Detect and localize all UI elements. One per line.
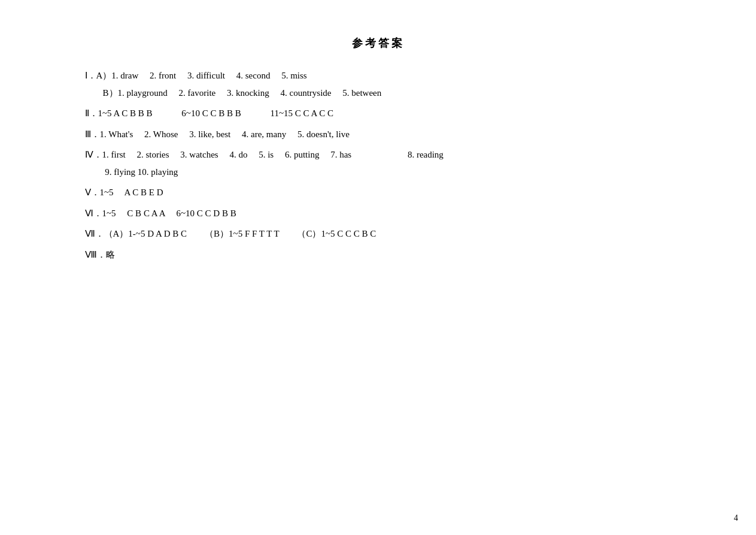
section-8-text-1: Ⅷ．略 (85, 246, 115, 264)
section-8: Ⅷ．略 (85, 246, 672, 264)
section-1-text-2: B）1. playground 2. favorite 3. knocking … (85, 84, 382, 102)
section-2-line-1: Ⅱ．1~5 A C B B B 6~10 C C B B B 11~15 C C… (85, 105, 672, 122)
section-7-text-1: Ⅶ．（A）1-~5 D A D B C （B）1~5 F F T T T （C）… (85, 225, 377, 243)
section-5-text-1: Ⅴ．1~5 A C B E D (85, 184, 163, 201)
section-1-line-1: Ⅰ．A）1. draw 2. front 3. difficult 4. sec… (85, 67, 672, 84)
section-7-line-1: Ⅶ．（A）1-~5 D A D B C （B）1~5 F F T T T （C）… (85, 225, 672, 243)
section-5: Ⅴ．1~5 A C B E D (85, 184, 672, 201)
page-title: 参考答案 (85, 36, 672, 50)
section-2: Ⅱ．1~5 A C B B B 6~10 C C B B B 11~15 C C… (85, 105, 672, 122)
section-3-line-1: Ⅲ．1. What's 2. Whose 3. like, best 4. ar… (85, 126, 672, 143)
section-2-text-1: Ⅱ．1~5 A C B B B 6~10 C C B B B 11~15 C C… (85, 105, 333, 122)
section-6-text-1: Ⅵ．1~5 C B C A A 6~10 C C D B B (85, 205, 236, 222)
section-4-text-1: Ⅳ．1. first 2. stories 3. watches 4. do 5… (85, 146, 444, 164)
section-5-line-1: Ⅴ．1~5 A C B E D (85, 184, 672, 201)
section-4-text-2: 9. flying 10. playing (85, 164, 178, 181)
section-4-line-1: Ⅳ．1. first 2. stories 3. watches 4. do 5… (85, 146, 672, 164)
page-number: 4 (734, 513, 738, 523)
section-1-text-1: Ⅰ．A）1. draw 2. front 3. difficult 4. sec… (85, 67, 307, 84)
section-3: Ⅲ．1. What's 2. Whose 3. like, best 4. ar… (85, 126, 672, 143)
section-6: Ⅵ．1~5 C B C A A 6~10 C C D B B (85, 205, 672, 222)
section-6-line-1: Ⅵ．1~5 C B C A A 6~10 C C D B B (85, 205, 672, 222)
section-1: Ⅰ．A）1. draw 2. front 3. difficult 4. sec… (85, 67, 672, 101)
section-3-text-1: Ⅲ．1. What's 2. Whose 3. like, best 4. ar… (85, 126, 350, 143)
section-4: Ⅳ．1. first 2. stories 3. watches 4. do 5… (85, 146, 672, 180)
section-1-line-2: B）1. playground 2. favorite 3. knocking … (85, 84, 672, 102)
section-8-line-1: Ⅷ．略 (85, 246, 672, 264)
page-container: 参考答案 Ⅰ．A）1. draw 2. front 3. difficult 4… (49, 0, 708, 291)
section-4-line-2: 9. flying 10. playing (85, 164, 672, 181)
section-7: Ⅶ．（A）1-~5 D A D B C （B）1~5 F F T T T （C）… (85, 225, 672, 243)
